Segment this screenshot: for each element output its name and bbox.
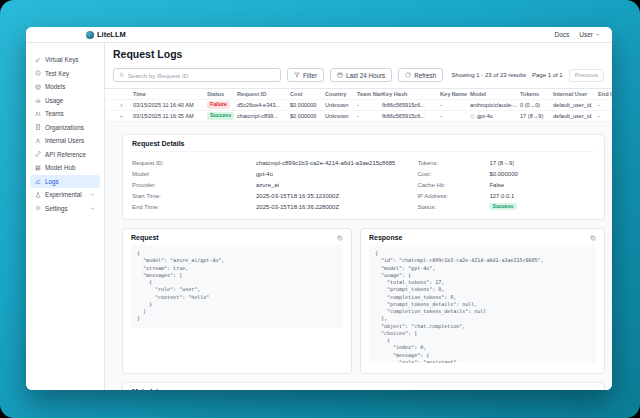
search-icon: [119, 72, 125, 78]
status-badge: Failure: [207, 101, 230, 108]
previous-page-button[interactable]: Previous: [569, 69, 604, 82]
cell-key-name: -: [440, 102, 470, 108]
cell-team-name: -: [357, 113, 382, 119]
sidebar-item-experimental[interactable]: Experimental: [30, 188, 100, 202]
cell-model: anthropic/claude-...: [470, 102, 520, 108]
page-title: Request Logs: [113, 49, 612, 60]
request-panel: Request { "model": "azure_ai/gpt-4o", "s…: [122, 228, 352, 374]
litellm-app-window: LiteLLM Docs User Virtual Keys Test K: [26, 27, 612, 390]
page-indicator: Page 1 of 1: [532, 72, 563, 78]
filter-button-label: Filter: [303, 72, 317, 79]
cell-time: 03/15/2025 11:16:40 AM: [133, 102, 207, 108]
chevron-down-icon: [90, 192, 95, 197]
sidebar-item-teams[interactable]: Teams: [30, 107, 100, 121]
docs-link[interactable]: Docs: [554, 31, 569, 38]
sidebar-item-api-reference[interactable]: API Reference: [30, 148, 100, 162]
cell-model: gpt-4o: [477, 113, 493, 119]
sidebar-item-organizations[interactable]: Organizations: [30, 121, 100, 135]
calendar-icon: [337, 72, 343, 78]
grid-icon: [35, 165, 41, 171]
filter-button[interactable]: Filter: [287, 68, 324, 82]
line-chart-icon: [35, 178, 41, 184]
building-icon: [35, 124, 41, 130]
copy-response-button[interactable]: [590, 235, 596, 241]
cell-key-hash: fb66c565915c6...: [382, 113, 440, 119]
col-status: Status: [207, 91, 237, 97]
metadata-card: Metadata: [122, 382, 605, 390]
sidebar-item-label: Logs: [45, 178, 59, 185]
sidebar-item-logs[interactable]: Logs: [30, 175, 100, 189]
search-input[interactable]: [128, 72, 275, 79]
sidebar-item-usage[interactable]: Usage: [30, 94, 100, 108]
cell-country: Unknown: [325, 113, 357, 119]
field-label: Provider:: [132, 182, 256, 188]
people-icon: [35, 111, 41, 117]
response-panel-title: Response: [369, 234, 402, 241]
sidebar-item-virtual-keys[interactable]: Virtual Keys: [30, 53, 100, 67]
field-label: Request ID:: [132, 160, 256, 166]
sidebar-item-models[interactable]: Models: [30, 80, 100, 94]
logo-text: LiteLLM: [97, 30, 126, 39]
col-model: Model: [470, 91, 520, 97]
table-row[interactable]: 03/15/2025 11:16:40 AM Failure d5c26ce4-…: [105, 99, 612, 110]
litellm-logo: LiteLLM: [86, 30, 126, 39]
window-body: Virtual Keys Test Key Models Usage Teams: [26, 43, 612, 390]
bar-chart-icon: [35, 97, 41, 103]
end-time-value: 2025-03-15T18:16:36.228000Z: [256, 204, 339, 210]
cell-key-name: -: [440, 113, 470, 119]
sidebar: Virtual Keys Test Key Models Usage Teams: [26, 43, 105, 390]
chevron-down-icon[interactable]: [119, 114, 124, 119]
request-id-value: chatcmpl-c899c1b3-ca2e-4214-a6d1-a3ae215…: [256, 160, 395, 166]
ip-address-value: 127.0.0.1: [489, 193, 514, 199]
target-icon: [35, 70, 41, 76]
col-cost: Cost: [290, 91, 325, 97]
col-tokens: Tokens: [520, 91, 553, 97]
sidebar-item-label: Model Hub: [45, 164, 75, 171]
cell-time: 03/15/2025 11:16:35 AM: [133, 113, 207, 119]
col-end-user: End User: [598, 91, 612, 97]
refresh-icon: [405, 72, 411, 78]
cell-end-user: -: [598, 113, 612, 119]
flask-icon: [35, 192, 41, 198]
copy-request-button[interactable]: [337, 235, 343, 241]
response-json-code: { "id": "chatcmpl-c899c1b3-ca2e-4214-a6d…: [369, 245, 596, 363]
cell-key-hash: fb66c565915c6...: [382, 102, 440, 108]
field-label: Start Time:: [132, 193, 256, 199]
col-key-name: Key Name: [440, 91, 470, 97]
pagination: Showing 1 - 23 of 23 results Page 1 of 1…: [452, 69, 604, 82]
sidebar-item-label: Settings: [45, 205, 68, 212]
time-range-button[interactable]: Last 24 Hours: [330, 68, 392, 82]
tokens-value: 17 (8→9): [489, 160, 514, 166]
funnel-icon: [294, 72, 300, 78]
provider-value: azure_ai: [256, 182, 279, 188]
sidebar-item-settings[interactable]: Settings: [30, 202, 100, 216]
status-badge: Success: [489, 203, 516, 210]
model-provider-icon: [470, 114, 475, 119]
col-key-hash: Key Hash: [382, 91, 440, 97]
request-json-code: { "model": "azure_ai/gpt-4o", "stream": …: [131, 245, 343, 328]
cell-internal-user: default_user_id: [553, 102, 598, 108]
sidebar-item-model-hub[interactable]: Model Hub: [30, 161, 100, 175]
field-label: IP Address:: [417, 193, 489, 199]
cell-request-id: d5c26ce4-e343...: [237, 102, 290, 108]
cube-icon: [35, 84, 41, 90]
sidebar-item-test-key[interactable]: Test Key: [30, 67, 100, 81]
sidebar-item-label: Usage: [45, 97, 63, 104]
cell-tokens: 0 (0→0): [520, 102, 553, 108]
response-panel: Response { "id": "chatcmpl-c899c1b3-ca2e…: [360, 228, 605, 374]
logs-toolbar: Filter Last 24 Hours Refresh Showing 1 -…: [113, 68, 604, 82]
field-label: Cache Hit:: [417, 182, 489, 188]
copy-icon: [337, 235, 343, 241]
cell-internal-user: default_user_id: [553, 113, 598, 119]
chevron-down-icon: [90, 206, 95, 211]
field-label: End Time:: [132, 204, 256, 210]
table-row-expanded[interactable]: 03/15/2025 11:16:35 AM Success chatcmpl-…: [105, 110, 612, 121]
cell-end-user: -: [598, 102, 612, 108]
cell-cost: $0.000000: [290, 102, 325, 108]
refresh-button[interactable]: Refresh: [398, 68, 443, 82]
field-label: Model:: [132, 171, 256, 177]
chevron-right-icon[interactable]: [119, 103, 124, 108]
field-label: Status:: [417, 204, 489, 210]
user-menu[interactable]: User: [579, 31, 600, 38]
sidebar-item-internal-users[interactable]: Internal Users: [30, 134, 100, 148]
